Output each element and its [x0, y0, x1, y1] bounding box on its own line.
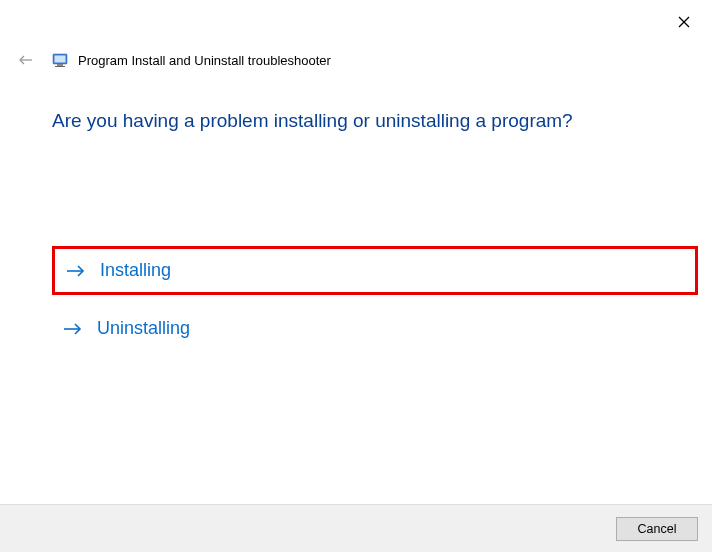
- svg-rect-5: [57, 64, 63, 66]
- window-title: Program Install and Uninstall troublesho…: [78, 53, 331, 68]
- arrow-left-icon: [17, 51, 35, 69]
- troubleshooter-icon: [52, 52, 68, 68]
- header-row: Program Install and Uninstall troublesho…: [14, 48, 331, 72]
- footer-bar: Cancel: [0, 504, 712, 552]
- option-uninstalling[interactable]: Uninstalling: [52, 307, 698, 350]
- svg-rect-4: [55, 56, 66, 63]
- arrow-right-icon: [65, 262, 87, 280]
- svg-rect-6: [55, 66, 65, 67]
- close-icon: [678, 16, 690, 28]
- options-list: Installing Uninstalling: [52, 246, 698, 350]
- option-installing[interactable]: Installing: [52, 246, 698, 295]
- cancel-button[interactable]: Cancel: [616, 517, 698, 541]
- back-button[interactable]: [14, 48, 38, 72]
- close-button[interactable]: [674, 12, 694, 32]
- option-label: Uninstalling: [97, 318, 190, 339]
- arrow-right-icon: [62, 320, 84, 338]
- page-question: Are you having a problem installing or u…: [52, 110, 573, 132]
- option-label: Installing: [100, 260, 171, 281]
